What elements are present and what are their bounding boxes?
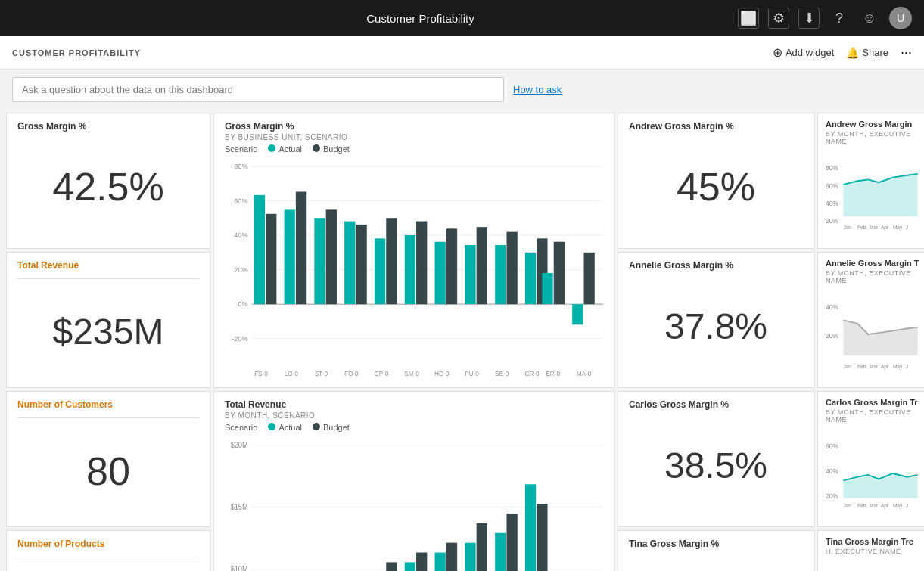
tina-trend-chart: Jan Feb Mar [826,558,924,571]
svg-text:Feb: Feb [857,225,866,230]
andrew-gm-title: Andrew Gross Margin % [629,121,803,132]
svg-rect-12 [254,195,265,304]
dashboard-title: CUSTOMER PROFITABILITY [12,48,141,57]
carlos-trend-svg: 60% 40% 20% Jan Feb Mar Apr May J [826,427,924,520]
svg-text:J: J [906,225,908,230]
svg-rect-29 [506,232,517,304]
annelie-gm-title: Annelie Gross Margin % [629,260,803,271]
budget-label: Budget [323,144,350,154]
svg-text:Apr: Apr [881,225,889,231]
actual-dot [268,144,275,152]
svg-rect-87 [446,543,457,571]
qa-bar: How to ask [0,70,924,110]
svg-marker-52 [843,174,917,216]
num-products-divider [17,557,199,557]
download-icon[interactable]: ⬇ [798,8,820,29]
svg-text:20%: 20% [826,332,838,340]
more-options-button[interactable]: ··· [901,45,912,61]
topbar-icons: ⬜ ⚙ ⬇ ? ☺ U [738,7,912,29]
scenario-label: Scenario [225,144,257,154]
svg-rect-18 [344,222,355,305]
svg-rect-14 [285,209,295,304]
andrew-trend-chart: 80% 60% 40% 20% Jan Feb Mar Apr May J [826,148,924,242]
carlos-trend-title: Carlos Gross Margin Tr [826,398,924,407]
qa-input[interactable] [12,77,504,102]
svg-text:May: May [893,225,903,231]
topbar-title: Customer Profitability [103,12,738,25]
tr-actual-dot [268,423,275,430]
svg-text:40%: 40% [826,200,838,207]
gross-margin-legend: Scenario Actual Budget [225,144,603,154]
svg-text:60%: 60% [234,196,248,204]
svg-rect-33 [554,242,565,304]
svg-text:HO-0: HO-0 [434,369,450,377]
share-button[interactable]: 🔔 Share [846,47,888,59]
annelie-trend-subtitle: BY MONTH, EXECUTIVE NAME [826,269,924,284]
carlos-trend-card: Carlos Gross Margin Tr BY MONTH, EXECUTI… [817,391,924,527]
svg-text:Mar: Mar [870,503,879,508]
svg-text:-20%: -20% [232,334,248,343]
svg-text:FO-0: FO-0 [344,369,359,377]
total-revenue-chart-title: Total Revenue [225,399,603,410]
tr-actual-label: Actual [278,423,302,432]
svg-text:Mar: Mar [870,225,879,230]
annelie-trend-chart: 40% 20% Jan Feb Mar Apr May J [826,287,924,381]
layout-icon[interactable]: ⬜ [738,8,759,29]
svg-text:80%: 80% [826,164,838,172]
svg-rect-27 [477,227,487,304]
svg-text:MA-0: MA-0 [577,369,592,377]
avatar[interactable]: U [889,7,912,29]
add-widget-label: Add widget [786,47,834,58]
feedback-icon[interactable]: ☺ [859,8,880,29]
annelie-gross-margin-kpi-card: Annelie Gross Margin % 37.8% [618,252,814,388]
svg-text:40%: 40% [826,303,838,311]
svg-text:20%: 20% [234,265,248,274]
settings-icon[interactable]: ⚙ [768,8,789,29]
svg-rect-17 [326,209,337,304]
tina-trend-card: Tina Gross Margin Tre H, EXECUTIVE NAME … [817,530,924,571]
svg-text:$10M: $10M [231,565,248,571]
share-icon: 🔔 [846,47,859,59]
svg-text:Apr: Apr [881,503,889,509]
svg-rect-88 [465,543,475,571]
svg-text:J: J [906,503,908,508]
svg-rect-24 [435,242,446,304]
svg-text:80%: 80% [234,162,248,170]
svg-rect-20 [375,238,385,304]
svg-text:May: May [893,364,903,370]
carlos-gross-margin-kpi-card: Carlos Gross Margin % 38.5% [618,391,814,527]
andrew-trend-subtitle: BY MONTH, EXECUTIVE NAME [826,130,924,145]
svg-rect-92 [525,484,536,571]
svg-text:60%: 60% [826,182,838,190]
total-revenue-legend: Scenario Actual Budget [225,423,603,432]
how-to-ask-link[interactable]: How to ask [513,84,562,95]
svg-text:Apr: Apr [881,364,889,370]
svg-rect-30 [525,253,536,304]
subheader-actions: ⊕ Add widget 🔔 Share ··· [773,45,912,61]
total-revenue-value: $235M [17,284,199,380]
plus-icon: ⊕ [773,45,782,60]
gross-margin-chart-area: 80% 60% 40% 20% 0% -20% [225,158,603,380]
svg-text:40%: 40% [826,467,838,475]
svg-rect-86 [435,553,446,571]
svg-rect-26 [465,245,475,304]
gross-margin-svg: 80% 60% 40% 20% 0% -20% [225,158,603,380]
svg-rect-13 [266,214,276,304]
carlos-trend-subtitle: BY MONTH, EXECUTIVE NAME [826,408,924,424]
svg-text:Feb: Feb [857,364,866,369]
add-widget-button[interactable]: ⊕ Add widget [773,45,834,60]
svg-marker-61 [843,320,917,355]
num-customers-divider [17,417,199,418]
svg-text:20%: 20% [826,217,838,225]
total-revenue-label: Total Revenue [17,260,199,271]
svg-rect-35 [583,253,594,304]
svg-rect-16 [314,218,325,304]
gross-margin-chart-title: Gross Margin % [225,121,603,132]
gross-margin-title: Gross Margin % [17,121,199,132]
svg-text:SE-0: SE-0 [495,369,509,377]
num-customers-kpi-card: Number of Customers 80 [6,391,210,527]
tina-gm-title: Tina Gross Margin % [629,538,803,549]
carlos-trend-chart: 60% 40% 20% Jan Feb Mar Apr May J [826,427,924,520]
svg-rect-21 [386,218,397,304]
help-icon[interactable]: ? [829,8,850,29]
